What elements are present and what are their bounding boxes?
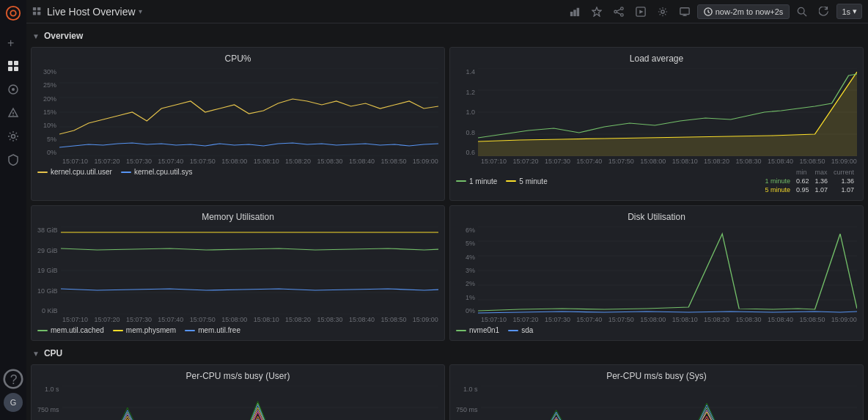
time-range-label: now-2m to now+2s [716,7,784,16]
playlist-button[interactable] [631,4,650,20]
share-button[interactable] [609,4,628,20]
y-axis-per-cpu-sys: 1.0 s 750 ms 500 ms 250 ms 0 ms [456,386,481,420]
stat-1min-min: 0.62 [793,177,812,185]
panel-per-cpu-user-title: Per-CPU ms/s busy (User) [37,371,438,381]
legend-disk: nvme0n1 sda [456,326,857,334]
refresh-rate-label: 1s [842,7,850,16]
y-axis-cpu: 30% 25% 20% 15% 10% 5% 0% [37,68,59,156]
alert-icon[interactable] [3,103,23,123]
configuration-icon[interactable] [3,126,23,147]
legend-item-user: kernel.cpu.util.user [37,168,112,176]
sidebar-bottom: ? G [3,369,23,414]
chart-type-button[interactable] [565,4,584,20]
stat-1min-current: 1.36 [831,177,857,185]
svg-text:+: + [7,37,14,48]
legend-label-physmem: mem.physmem [126,326,176,334]
monitor-button[interactable] [675,4,694,20]
panel-load-title: Load average [456,54,857,64]
svg-point-1 [10,10,15,15]
legend-color-nvme [456,330,466,331]
panel-row-2: Memory Utilisation 38 GiB 29 GiB 19 GiB … [31,205,864,341]
legend-item-nvme: nvme0n1 [456,326,499,334]
chart-svg-per-cpu-user [62,386,438,420]
section-cpu-chevron: ▼ [32,350,40,358]
legend-color-sys [121,172,131,173]
stat-1min-max: 1.36 [812,177,831,185]
legend-item-5min: 5 minute [506,168,547,194]
legend-label-sys: kernel.cpu.util.sys [134,168,192,176]
svg-text:?: ? [10,372,18,387]
svg-line-26 [617,12,620,14]
legend-label-cached: mem.util.cached [51,326,104,334]
load-stats-table: min max current 1 minute 0.62 1.36 1.36 … [762,168,857,194]
security-icon[interactable] [3,150,23,170]
section-chevron: ▼ [32,32,40,40]
chart-svg-memory [61,226,438,314]
refresh-rate-selector[interactable]: 1s ▾ [836,4,862,19]
legend-label-1min: 1 minute [469,177,497,185]
panel-disk: Disk Utilisation 6% 5% 4% 3% 2% 1% 0% [449,205,864,341]
header-actions: now-2m to now+2s 1s ▾ [565,4,862,20]
help-icon[interactable]: ? [3,369,23,389]
legend-item-sda: sda [508,326,533,334]
chart-area-disk [478,226,857,314]
panel-per-cpu-user: Per-CPU ms/s busy (User) 1.0 s 750 ms 50… [31,364,445,420]
legend-label-sda: sda [521,326,533,334]
svg-rect-4 [14,61,18,65]
header-chevron[interactable]: ▾ [139,7,142,15]
legend-color-cached [37,330,48,331]
stat-1min-label: 1 minute [762,177,793,185]
svg-point-22 [620,7,623,10]
y-axis-load: 1.4 1.2 1.0 0.8 0.6 [456,68,478,156]
svg-line-25 [617,9,620,11]
star-button[interactable] [587,4,606,20]
chart-svg-cpu [59,68,438,156]
svg-marker-48 [478,72,857,156]
search-button[interactable] [792,4,812,20]
stat-5min-current: 1.07 [831,185,857,194]
section-overview[interactable]: ▼ Overview [31,28,864,44]
section-cpu[interactable]: ▼ CPU [31,345,864,361]
legend-item-1min: 1 minute [456,168,497,194]
chart-wrapper-memory: 38 GiB 29 GiB 19 GiB 10 GiB 0 KiB [37,226,438,314]
header-grid-icon [32,7,43,17]
stat-5min-max: 1.07 [812,185,831,194]
svg-point-34 [798,7,805,14]
chart-area-load [478,68,857,156]
x-axis-disk: 15:07:10 15:07:20 15:07:30 15:07:40 15:0… [481,316,857,323]
chart-svg-per-cpu-sys [481,386,857,420]
refresh-button[interactable] [814,4,834,20]
legend-cpu: kernel.cpu.util.user kernel.cpu.util.sys [37,168,438,176]
svg-point-23 [614,10,617,13]
app-logo[interactable] [3,3,23,23]
y-axis-memory: 38 GiB 29 GiB 19 GiB 10 GiB 0 KiB [37,226,61,314]
chart-wrapper-per-cpu-sys: 1.0 s 750 ms 500 ms 250 ms 0 ms [456,386,857,420]
legend-color-1min [456,180,466,182]
chart-wrapper-cpu: 30% 25% 20% 15% 10% 5% 0% [37,68,438,156]
svg-rect-3 [8,61,12,65]
panel-per-cpu-sys: Per-CPU ms/s busy (Sys) 1.0 s 750 ms 500… [449,364,864,420]
user-avatar[interactable]: G [3,392,23,413]
legend-color-user [37,172,48,173]
svg-rect-19 [573,10,576,16]
settings-button[interactable] [653,4,672,20]
add-panel-icon[interactable]: + [3,32,23,53]
panel-cpu-percent: CPU% 30% 25% 20% 15% 10% 5% 0% [31,47,445,201]
explore-icon[interactable] [3,79,23,100]
svg-rect-17 [37,12,40,15]
stat-5min-label: 5 minute [762,185,793,194]
legend-memory: mem.util.cached mem.physmem mem.util.fre… [37,326,438,334]
svg-rect-14 [33,7,36,10]
page-title: Live Host Overview [47,6,136,18]
dashboards-icon[interactable] [3,56,23,76]
svg-point-8 [12,88,15,91]
svg-point-0 [7,7,20,20]
legend-item-physmem: mem.physmem [113,326,176,334]
svg-marker-28 [639,10,643,13]
svg-point-10 [12,115,13,116]
chart-area-per-cpu-user [62,386,438,420]
svg-rect-30 [680,7,689,14]
time-range-picker[interactable]: now-2m to now+2s [697,4,790,19]
y-axis-disk: 6% 5% 4% 3% 2% 1% 0% [456,226,478,314]
svg-rect-18 [570,12,573,16]
